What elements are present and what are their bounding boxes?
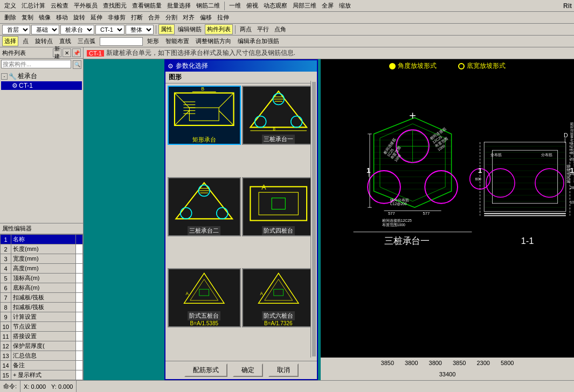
tree-item-ct1[interactable]: ⚙ CT-1: [1, 81, 82, 90]
svg-text:A: A: [260, 292, 263, 297]
shape-label-3: 三桩承台二: [188, 226, 220, 235]
svg-text:1: 1: [478, 166, 482, 174]
btn-1d[interactable]: 一维: [227, 1, 243, 11]
svg-text:2885: 2885: [570, 186, 574, 190]
search-btn[interactable]: 🔍: [73, 60, 81, 69]
btn-batch-select[interactable]: 批量选择: [165, 1, 193, 11]
btn-align[interactable]: 对齐: [181, 12, 197, 23]
prop-name: 备注: [11, 361, 76, 370]
shape-item-rectangle[interactable]: B 矩形承台: [168, 86, 241, 145]
btn-move[interactable]: 移动: [54, 12, 70, 23]
prop-value[interactable]: [76, 293, 83, 303]
prop-value[interactable]: [76, 322, 83, 332]
btn-stretch[interactable]: 拉伸: [215, 12, 231, 23]
btn-rebar-form[interactable]: 配筋形式: [184, 363, 227, 377]
btn-smart-layout[interactable]: 智能布置: [163, 36, 191, 46]
prop-value[interactable]: [76, 370, 83, 380]
btn-three-point-arc[interactable]: 三点弧: [75, 36, 98, 46]
tree-expand-icon: -: [1, 73, 8, 80]
prop-row-cover: 12保护层厚度(: [1, 341, 83, 351]
prop-value[interactable]: [76, 351, 83, 361]
search-input[interactable]: [1, 60, 71, 68]
arc-input[interactable]: [100, 37, 143, 46]
prop-value[interactable]: [76, 341, 83, 351]
scrollbar-v[interactable]: [310, 81, 317, 358]
separator: [224, 2, 225, 10]
prop-value[interactable]: [76, 274, 83, 283]
btn-local-3d[interactable]: 局部三维: [291, 1, 319, 11]
btn-select[interactable]: 选择: [2, 36, 18, 46]
btn-rotate-point[interactable]: 旋转点: [33, 36, 55, 46]
btn-offset[interactable]: 偏移: [198, 12, 214, 23]
btn-delete[interactable]: 删除: [2, 12, 18, 23]
prop-value[interactable]: [76, 361, 83, 370]
btn-top-view[interactable]: 俯视: [244, 1, 260, 11]
btn-mirror[interactable]: 镜像: [37, 12, 53, 23]
btn-properties[interactable]: 属性: [158, 24, 175, 34]
btn-fullscreen[interactable]: 全屏: [320, 1, 336, 11]
btn-cloud-check[interactable]: 云检查: [49, 1, 71, 11]
btn-parallel[interactable]: 平行: [255, 24, 271, 34]
prop-value[interactable]: [76, 244, 83, 254]
svg-marker-37: [258, 274, 298, 304]
btn-rebar-2d[interactable]: 钢筋二维: [194, 1, 222, 11]
btn-split[interactable]: 分割: [163, 12, 179, 23]
dropdown-overall[interactable]: 整体: [126, 25, 154, 34]
bottom-dim-bar: 3850 3800 3800 3850 2300 5800: [321, 358, 574, 368]
btn-confirm[interactable]: 确定: [233, 363, 263, 377]
prop-id: 12: [1, 341, 11, 351]
prop-value[interactable]: [76, 254, 83, 264]
btn-rotate[interactable]: 旋转: [71, 12, 87, 23]
shape-item-3pile-2[interactable]: 三桩承台二: [168, 177, 241, 236]
btn-two-point[interactable]: 两点: [238, 24, 254, 34]
prop-name: 顶标高(m): [11, 274, 76, 283]
shape-item-6pile[interactable]: A 阶式六桩台 B=A/1.7326: [242, 268, 315, 327]
btn-extend[interactable]: 延伸: [88, 12, 105, 23]
btn-point-angle[interactable]: 点角: [272, 24, 288, 34]
btn-merge[interactable]: 合并: [146, 12, 162, 23]
prop-value[interactable]: [76, 235, 83, 244]
btn-adjust-rebar-dir[interactable]: 调整钢筋方向: [193, 36, 233, 46]
btn-flat-board[interactable]: 平外板员: [72, 1, 100, 11]
main-area: 构件列表 新建 ✕ 📌 🔍 - 🔧 桩承台 ⚙ CT-1 属性编辑器: [0, 47, 574, 380]
btn-edit-rebar[interactable]: 编辑钢筋: [176, 24, 204, 34]
btn-break[interactable]: 打断: [129, 12, 145, 23]
btn-view-rebar[interactable]: 查看钢筋量: [130, 1, 164, 11]
shape-item-3pile-1[interactable]: B 三桩承台一: [242, 86, 315, 145]
shape-item-4pile[interactable]: A 阶式四桩台: [242, 177, 315, 236]
dropdown-pile-cap[interactable]: 桩承台: [60, 25, 94, 34]
dropdown-floor[interactable]: 首层: [2, 25, 30, 34]
prop-value[interactable]: [76, 332, 83, 341]
prop-value[interactable]: [76, 303, 83, 312]
btn-close-panel[interactable]: ✕: [63, 48, 71, 57]
btn-component-list[interactable]: 构件列表: [205, 24, 233, 34]
shape-svg-3pile-1: B: [243, 87, 314, 135]
radio-bottom-slope[interactable]: 底宽放坡形式: [458, 61, 506, 71]
btn-calc[interactable]: 汇总计算: [19, 1, 47, 11]
btn-pin-panel[interactable]: 📌: [72, 48, 81, 57]
shape-item-5pile[interactable]: A 阶式五桩台 B=A/1.5385: [168, 268, 241, 327]
btn-edit-cap-rebar[interactable]: 编辑承台加强筋: [236, 36, 281, 46]
btn-dynamic-obs[interactable]: 动态观察: [261, 1, 289, 11]
btn-find-element[interactable]: 查找图元: [101, 1, 129, 11]
btn-define[interactable]: 定义: [2, 1, 18, 11]
btn-rectangle[interactable]: 矩形: [145, 36, 161, 46]
tree-item-zhuchentai[interactable]: - 🔧 桩承台: [1, 71, 82, 81]
btn-cancel[interactable]: 取消: [268, 363, 299, 377]
dropdown-foundation[interactable]: 基础: [31, 25, 59, 34]
svg-line-1: [175, 93, 189, 108]
prop-value[interactable]: [76, 264, 83, 274]
prop-value[interactable]: [76, 312, 83, 322]
props-title: 属性编辑器: [0, 223, 83, 234]
shape-svg-6pile: A: [243, 269, 314, 311]
svg-rect-36: [199, 289, 209, 296]
btn-no-trim[interactable]: 非修剪: [106, 12, 128, 23]
shape-svg-rectangle: B: [169, 87, 240, 135]
btn-point[interactable]: 点: [20, 36, 31, 46]
btn-new-panel[interactable]: 新建: [53, 48, 61, 57]
dropdown-ct1[interactable]: CT-1: [95, 25, 125, 34]
btn-copy[interactable]: 复制: [19, 12, 36, 23]
radio-angle-slope[interactable]: 角度放坡形式: [389, 61, 437, 71]
btn-zoom[interactable]: 缩放: [337, 1, 353, 11]
prop-value[interactable]: [76, 283, 83, 293]
